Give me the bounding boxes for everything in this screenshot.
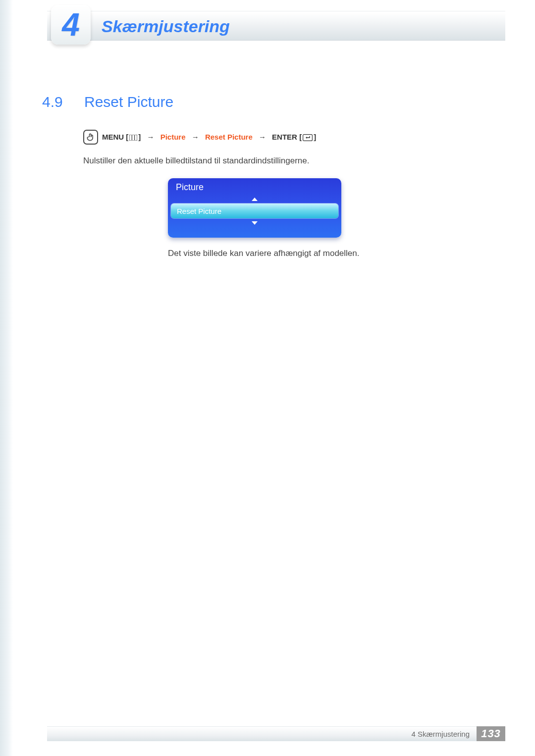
osd-title: Picture: [168, 178, 341, 196]
triangle-up-icon: [252, 198, 258, 201]
enter-return-icon: [303, 134, 313, 141]
left-white-margin: [13, 0, 43, 756]
osd-scroll-up-row: [168, 196, 341, 202]
chapter-number-badge: 4: [51, 5, 91, 45]
section-title: Reset Picture: [84, 94, 173, 110]
osd-menu-card: Picture Reset Picture: [168, 178, 341, 238]
svg-rect-0: [129, 135, 137, 141]
nav-menu-label: MENU: [102, 133, 124, 141]
touch-hand-icon: [83, 130, 98, 145]
left-gradient-strip: [0, 0, 13, 756]
arrow-icon: →: [192, 133, 199, 141]
menu-navigation-path: MENU [] → Picture → Reset Picture → ENTE…: [102, 133, 316, 141]
footer-page-number: 133: [477, 726, 505, 741]
osd-item-reset-picture[interactable]: Reset Picture: [171, 203, 338, 218]
model-variance-note: Det viste billede kan variere afhængigt …: [168, 249, 360, 258]
bracket-close: ]: [314, 133, 316, 141]
chapter-number: 4: [62, 6, 80, 43]
osd-item-label: Reset Picture: [177, 207, 221, 215]
nav-step-reset-picture: Reset Picture: [205, 133, 253, 141]
triangle-down-icon: [252, 221, 258, 225]
nav-step-picture: Picture: [160, 133, 186, 141]
arrow-icon: →: [147, 133, 155, 141]
footer-breadcrumb: 4 Skærmjustering: [411, 730, 470, 738]
bracket-open: [: [299, 133, 302, 141]
osd-scroll-down-row: [168, 219, 341, 226]
page-footer: 4 Skærmjustering 133: [47, 726, 505, 741]
menu-grid-icon: [129, 135, 137, 141]
bracket-close: ]: [138, 133, 141, 141]
section-number: 4.9: [42, 94, 63, 110]
bracket-open: [: [126, 133, 128, 141]
description-text: Nulstiller den aktuelle billedtilstand t…: [83, 156, 309, 166]
chapter-title: Skærmjustering: [102, 17, 230, 36]
arrow-icon: →: [259, 133, 266, 141]
nav-enter-label: ENTER: [272, 133, 297, 141]
footer-breadcrumb-bar: 4 Skærmjustering: [47, 726, 477, 741]
